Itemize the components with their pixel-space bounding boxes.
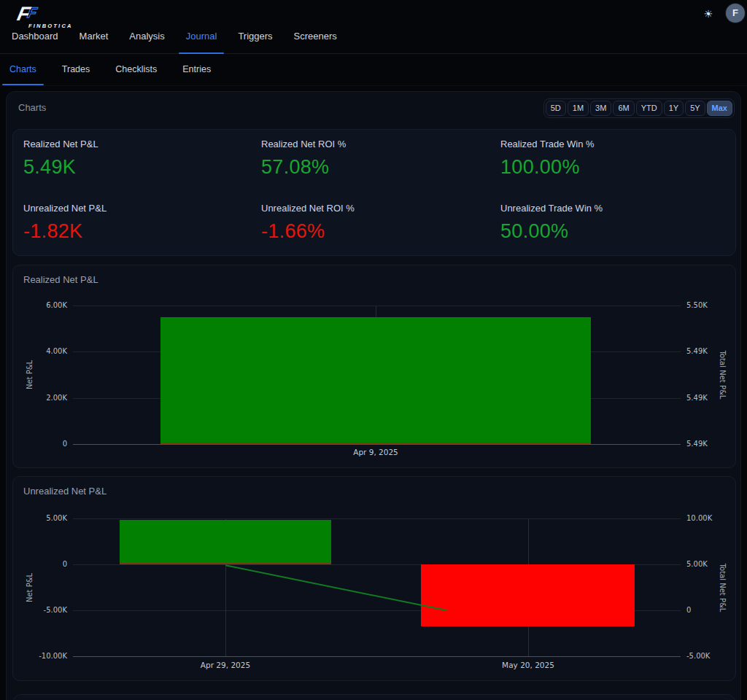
sub-tab-checklists[interactable]: Checklists — [108, 55, 164, 85]
stat-5: Unrealized Trade Win %50.00% — [500, 203, 735, 255]
left-axis-tick: 2.00K — [13, 394, 67, 402]
range-button-1y[interactable]: 1Y — [664, 101, 684, 116]
next-section-card — [12, 694, 736, 700]
range-button-3m[interactable]: 3M — [590, 101, 611, 116]
left-axis-tick: 0 — [13, 561, 67, 568]
right-axis-tick: -5.00K — [686, 653, 710, 660]
nav-item-market[interactable]: Market — [72, 31, 116, 53]
x-axis-label: Apr 29, 2025 — [201, 661, 250, 669]
stat-4: Unrealized Net ROI %-1.66% — [261, 203, 500, 255]
left-axis-tick: 0 — [13, 440, 67, 448]
gridline — [73, 656, 681, 657]
avatar[interactable]: F — [726, 4, 745, 23]
range-button-max[interactable]: Max — [707, 101, 732, 116]
sub-tab-trades[interactable]: Trades — [55, 55, 97, 85]
right-axis-tick: 5.49K — [686, 348, 708, 355]
stat-label: Unrealized Net P&L — [23, 203, 261, 214]
right-axis-tick: 5.00K — [686, 561, 708, 568]
left-axis-title: Net P&L — [26, 360, 34, 389]
stat-label: Realized Trade Win % — [500, 139, 735, 149]
nav-item-triggers[interactable]: Triggers — [231, 31, 279, 53]
brand-name: FINBOTICA — [28, 23, 73, 29]
charts-panel-title: Charts — [18, 102, 46, 113]
x-axis-label: May 20, 2025 — [502, 661, 554, 669]
right-axis-tick: 5.50K — [686, 302, 708, 309]
range-button-1m[interactable]: 1M — [568, 101, 589, 116]
brand-logo: F F FINBOTICA — [9, 3, 96, 32]
range-button-6m[interactable]: 6M — [613, 101, 634, 116]
range-button-5y[interactable]: 5Y — [685, 101, 705, 116]
unrealized-net-pnl-chart: Unrealized Net P&L 5.00K10.00K05.00K-5.0… — [12, 476, 736, 681]
right-axis-title: Total Net P&L — [719, 351, 727, 400]
left-axis-tick: 5.00K — [13, 515, 67, 522]
app-header: F F FINBOTICA DashboardMarketAnalysisJou… — [0, 0, 747, 54]
stat-value: 50.00% — [500, 220, 735, 243]
stat-0: Realized Net P&L5.49K — [23, 139, 261, 203]
stat-value: 57.08% — [261, 156, 500, 179]
time-range-selector: 5D1M3M6MYTD1Y5YMax — [543, 98, 735, 118]
left-axis-tick: 6.00K — [13, 302, 67, 309]
stat-value: -1.82K — [23, 220, 261, 243]
sub-tab-entries[interactable]: Entries — [175, 55, 218, 85]
stat-label: Realized Net ROI % — [261, 139, 500, 149]
nav-item-screeners[interactable]: Screeners — [287, 31, 344, 53]
stats-summary-card: Realized Net P&L5.49KRealized Net ROI %5… — [12, 129, 736, 256]
right-axis-tick: 10.00K — [686, 515, 712, 522]
sub-tab-charts[interactable]: Charts — [2, 55, 44, 85]
chart-title: Unrealized Net P&L — [23, 486, 107, 497]
journal-sub-nav: ChartsTradesChecklistsEntries — [0, 55, 747, 86]
chart-title: Realized Net P&L — [23, 274, 98, 285]
stat-1: Realized Net ROI %57.08% — [261, 139, 500, 203]
stat-value: 100.00% — [500, 156, 735, 179]
nav-item-analysis[interactable]: Analysis — [122, 31, 171, 53]
stat-value: 5.49K — [23, 156, 261, 179]
stat-3: Unrealized Net P&L-1.82K — [23, 203, 261, 255]
positive-bar[interactable] — [160, 317, 591, 444]
range-button-ytd[interactable]: YTD — [636, 101, 662, 116]
realized-net-pnl-chart: Realized Net P&L 6.00K5.50K4.00K5.49K2.0… — [12, 265, 736, 468]
theme-toggle-sun-icon[interactable]: ☀ — [702, 7, 715, 20]
gridline — [73, 306, 681, 306]
nav-item-dashboard[interactable]: Dashboard — [4, 31, 66, 53]
x-axis-label: Apr 9, 2025 — [353, 448, 398, 456]
left-axis-tick: -10.00K — [13, 653, 67, 660]
total-net-pnl-line — [73, 518, 681, 656]
stat-2: Realized Trade Win %100.00% — [500, 139, 735, 203]
right-axis-tick: 0 — [686, 607, 691, 614]
left-axis-tick: -5.00K — [13, 607, 67, 614]
stat-value: -1.66% — [261, 220, 500, 243]
main-nav: DashboardMarketAnalysisJournalTriggersSc… — [4, 31, 351, 53]
left-axis-tick: 4.00K — [13, 348, 67, 355]
gridline — [73, 444, 681, 445]
charts-panel: Charts 5D1M3M6MYTD1Y5YMax Realized Net P… — [6, 91, 741, 700]
range-button-5d[interactable]: 5D — [546, 101, 566, 116]
stat-label: Unrealized Net ROI % — [261, 203, 500, 214]
right-axis-tick: 5.49K — [686, 440, 708, 448]
nav-item-journal[interactable]: Journal — [179, 31, 225, 53]
stat-label: Unrealized Trade Win % — [500, 203, 735, 214]
right-axis-title: Total Net P&L — [719, 563, 727, 612]
left-axis-title: Net P&L — [26, 572, 34, 602]
plot-area — [73, 306, 681, 444]
plot-area — [73, 518, 681, 656]
right-axis-tick: 5.49K — [686, 394, 708, 402]
stat-label: Realized Net P&L — [23, 139, 261, 149]
